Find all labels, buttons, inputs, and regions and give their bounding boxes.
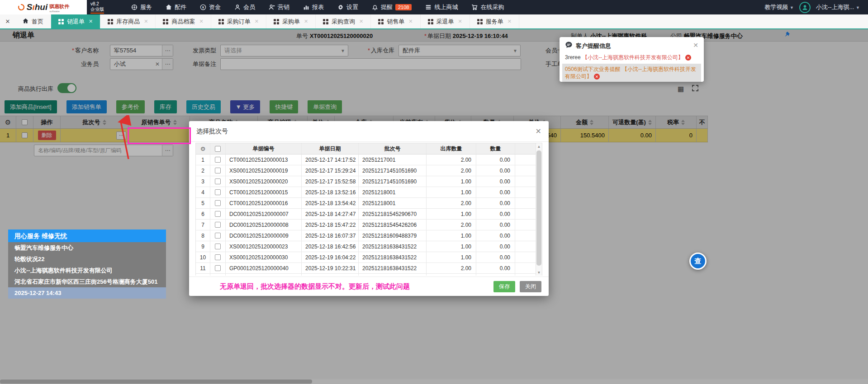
menu-item-member[interactable]: 会员: [234, 3, 255, 11]
dialog-cell: 4: [196, 187, 210, 197]
menu-item-mall[interactable]: 线上商城: [425, 3, 458, 11]
tab-销退单[interactable]: 销退单✕: [51, 14, 100, 28]
menu-item-funds[interactable]: ¥资金: [200, 3, 221, 11]
dialog-row-checkbox[interactable]: [215, 178, 221, 184]
close-button[interactable]: 关闭: [520, 281, 541, 292]
dialog-row-checkbox[interactable]: [215, 244, 221, 249]
dialog-cell: CT00012025120000015: [226, 187, 302, 197]
logo-brand-text: Sıhui: [27, 2, 47, 12]
tab-库存商品[interactable]: 库存商品✕: [100, 14, 156, 28]
menu-item-report[interactable]: 报表: [303, 3, 324, 11]
tab-采购单[interactable]: 采购单✕: [266, 14, 316, 28]
tab-首页[interactable]: 首页: [15, 14, 51, 28]
dialog-cell: [515, 209, 536, 219]
dialog-table-row[interactable]: 6DC000120251200000072025-12-18 14:27:472…: [196, 209, 536, 220]
dialog-row-checkbox[interactable]: [215, 189, 221, 195]
dialog-table-row[interactable]: 5CT000120251200000162025-12-18 13:54:422…: [196, 198, 536, 209]
close-all-tabs-button[interactable]: ✕: [0, 14, 15, 28]
dialog-table-row[interactable]: 9XS000120251200000232025-12-18 16:42:562…: [196, 241, 536, 252]
dialog-table-row[interactable]: 1CT000120251200000132025-12-17 14:17:522…: [196, 155, 536, 165]
app-logo[interactable]: Sıhui 骐惠软件 software: [0, 0, 87, 14]
dialog-scrollbar[interactable]: ▲ ▼: [536, 143, 542, 276]
dialog-table-row[interactable]: 8DC000120251200000092025-12-18 16:07:372…: [196, 230, 536, 241]
dialog-cell: 0.00: [476, 220, 515, 230]
tab-close-icon[interactable]: ✕: [458, 19, 462, 24]
tab-close-icon[interactable]: ✕: [199, 19, 203, 24]
tab-商品档案[interactable]: 商品档案✕: [156, 14, 211, 28]
top-navigation-bar: Sıhui 骐惠软件 software v8.2 企业版 服务配件¥资金会员营销…: [0, 0, 868, 14]
dialog-table-row[interactable]: 12WX000120251200000712025-12-19 09:34:19…: [196, 274, 536, 276]
tab-采购查询[interactable]: 采购查询✕: [316, 14, 371, 28]
dialog-cell: 0.00: [476, 230, 515, 241]
dialog-cell: 20251217001: [359, 155, 427, 165]
tab-采退单[interactable]: 采退单✕: [421, 14, 470, 28]
user-menu[interactable]: 小沈--上海骐... ▼: [816, 3, 860, 11]
reminder-delete-icon[interactable]: ✕: [594, 74, 600, 80]
dialog-table-row[interactable]: 2XS000120251200000192025-12-17 15:29:242…: [196, 165, 536, 176]
dialog-cell: 202512181545290670: [359, 209, 427, 219]
dialog-cell: 0.00: [476, 274, 515, 276]
dialog-close-icon[interactable]: ✕: [536, 127, 541, 136]
reminder-close-icon[interactable]: ✕: [693, 42, 698, 49]
dialog-table-row[interactable]: 10XS000120251200000302025-12-19 16:04:22…: [196, 252, 536, 263]
dialog-cell: [515, 263, 536, 273]
tab-close-icon[interactable]: ✕: [508, 19, 512, 24]
scrollbar-thumb[interactable]: [536, 150, 541, 266]
tab-采购订单[interactable]: 采购订单✕: [211, 14, 266, 28]
menu-item-parts[interactable]: 配件: [166, 3, 186, 11]
dialog-cell: [210, 165, 226, 176]
tab-销售单[interactable]: 销售单✕: [371, 14, 420, 28]
tab-close-icon[interactable]: ✕: [304, 19, 308, 24]
reminder-delete-icon[interactable]: ✕: [685, 55, 691, 61]
dialog-cell: 2.00: [427, 165, 476, 176]
gear-icon[interactable]: ⚙: [200, 145, 206, 152]
dialog-cell: 1.00: [427, 230, 476, 241]
tab-close-icon[interactable]: ✕: [408, 19, 413, 24]
info-panel-row: 用心服务 维修无忧: [8, 229, 166, 242]
save-button[interactable]: 保存: [493, 281, 515, 292]
dialog-cell: XS00012025120000020: [226, 176, 302, 187]
tab-服务单[interactable]: 服务单✕: [470, 14, 519, 28]
dialog-row-checkbox[interactable]: [215, 233, 221, 239]
menu-item-label: 提醒: [381, 3, 393, 11]
tutorial-video-link[interactable]: 教学视频 ▼: [764, 3, 794, 11]
dialog-row-checkbox[interactable]: [215, 200, 221, 206]
tab-close-icon[interactable]: ✕: [89, 19, 93, 24]
dialog-cell: [515, 220, 536, 230]
mall-icon: [425, 4, 432, 10]
dialog-cell: 2025-12-18 13:52:16: [302, 187, 359, 197]
floating-search-button[interactable]: 查: [689, 253, 707, 270]
dialog-column-出库数量: 出库数量: [427, 143, 476, 154]
dialog-cell: 2.00: [427, 198, 476, 208]
dialog-cell: [210, 274, 226, 276]
dialog-cell: 12: [196, 274, 210, 276]
menu-item-marketing[interactable]: 营销: [269, 3, 289, 11]
menu-item-settings[interactable]: 设置: [337, 3, 358, 11]
menu-item-purchase[interactable]: 在线采购: [471, 3, 504, 11]
dialog-row-checkbox[interactable]: [215, 157, 221, 163]
user-avatar[interactable]: [799, 2, 811, 13]
dialog-row-checkbox[interactable]: [215, 254, 221, 260]
dialog-row-checkbox[interactable]: [215, 222, 221, 228]
dialog-column-blank: [515, 143, 536, 154]
menu-item-reminder[interactable]: 提醒2108: [372, 3, 412, 11]
menu-item-service[interactable]: 服务: [131, 3, 152, 11]
tab-close-icon[interactable]: ✕: [255, 19, 259, 24]
dialog-cell: 202512181638431522: [359, 252, 427, 262]
dialog-table-row[interactable]: 3XS000120251200000202025-12-17 15:52:582…: [196, 176, 536, 187]
tab-close-icon[interactable]: ✕: [144, 19, 148, 24]
dialog-row-checkbox[interactable]: [215, 211, 221, 217]
dialog-cell: 2: [196, 165, 210, 176]
member-icon: [234, 4, 241, 10]
dialog-cell: 2025-12-18 14:27:47: [302, 209, 359, 219]
dialog-table-row[interactable]: 7DC000120251200000082025-12-18 15:47:222…: [196, 220, 536, 230]
tab-close-icon[interactable]: ✕: [359, 19, 363, 24]
dialog-table-row[interactable]: 11GP000120251200000402025-12-19 10:22:31…: [196, 263, 536, 274]
svg-text:¥: ¥: [202, 5, 204, 9]
dialog-table-row[interactable]: 4CT000120251200000152025-12-18 13:52:162…: [196, 187, 536, 198]
dialog-cell: 20251218001: [359, 198, 427, 208]
dialog-row-checkbox[interactable]: [215, 265, 221, 271]
dialog-cell: [515, 230, 536, 241]
dialog-row-checkbox[interactable]: [215, 168, 221, 173]
dialog-select-all-checkbox[interactable]: [215, 146, 221, 152]
